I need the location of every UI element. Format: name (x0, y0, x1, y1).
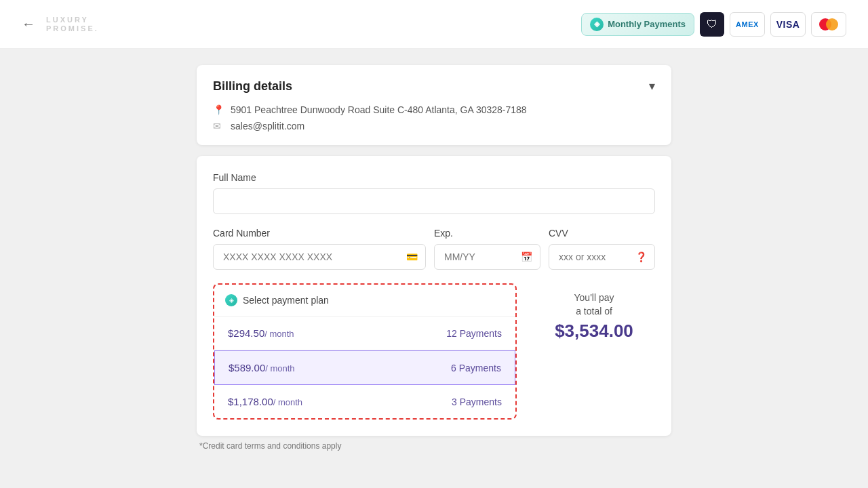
monthly-payments-button[interactable]: ◈ Monthly Payments (581, 13, 694, 36)
location-pin-icon: 📍 (213, 104, 224, 115)
billing-email: sales@splitit.com (231, 121, 304, 131)
billing-details-card: Billing details ▾ 📍 5901 Peachtree Dunwo… (197, 65, 671, 145)
summary-subtitle: You'll pay a total of (541, 291, 647, 318)
plan-12-count: 12 Payments (446, 328, 502, 339)
back-arrow-icon: ← (22, 16, 35, 32)
cvv-group: CVV ❓ (549, 228, 655, 270)
order-summary-box: You'll pay a total of $3,534.00 (533, 283, 655, 350)
exp-input-wrapper: 📅 (434, 244, 540, 270)
amex-card-badge: AMEX (730, 12, 765, 37)
payment-plan-selector: ◈ Select payment plan $294.50/ month 12 … (213, 283, 517, 420)
card-number-input-wrapper: 💳 (213, 244, 426, 270)
cvv-input-wrapper: ❓ (549, 244, 655, 270)
envelope-icon: ✉ (213, 121, 224, 131)
plan-splitit-icon: ◈ (225, 294, 237, 306)
back-button[interactable]: ← (22, 16, 35, 32)
plan-12-amount: $294.50/ month (228, 327, 294, 339)
summary-total: $3,534.00 (541, 321, 647, 342)
card-number-label: Card Number (213, 228, 426, 239)
billing-address: 5901 Peachtree Dunwoody Road Suite C-480… (231, 104, 527, 115)
calendar-icon: 📅 (521, 251, 532, 262)
plan-option-12[interactable]: $294.50/ month 12 Payments (214, 317, 515, 350)
header: ← LUXURY PROMISE. ◈ Monthly Payments 🛡 A… (0, 0, 868, 49)
monthly-payments-label: Monthly Payments (608, 19, 686, 29)
logo-line1: LUXURY (46, 16, 99, 24)
content-wrapper: Billing details ▾ 📍 5901 Peachtree Dunwo… (197, 65, 671, 451)
expiry-group: Exp. 📅 (434, 228, 540, 270)
billing-address-row: 📍 5901 Peachtree Dunwoody Road Suite C-4… (213, 104, 655, 115)
plan-section-wrapper: ◈ Select payment plan $294.50/ month 12 … (213, 283, 655, 420)
mc-yellow-circle (826, 18, 838, 30)
header-right: ◈ Monthly Payments 🛡 AMEX VISA (581, 12, 846, 37)
splitit-logo-icon: ◈ (590, 18, 604, 31)
header-left: ← LUXURY PROMISE. (22, 16, 99, 32)
cvv-label: CVV (549, 228, 655, 239)
payment-form-card: Full Name Card Number 💳 Exp. 📅 (197, 156, 671, 436)
plan-6-count: 6 Payments (451, 363, 501, 373)
plan-select-header: ◈ Select payment plan (214, 285, 515, 317)
plan-3-amount: $1,178.00/ month (228, 396, 302, 407)
plan-select-label: Select payment plan (243, 295, 329, 306)
plan-3-count: 3 Payments (452, 396, 502, 407)
help-circle-icon: ❓ (635, 251, 647, 262)
card-details-row: Card Number 💳 Exp. 📅 CVV (213, 228, 655, 283)
full-name-input[interactable] (213, 188, 655, 214)
security-shield-icon: 🛡 (700, 12, 724, 37)
footer-note: *Credit card terms and conditions apply (197, 441, 671, 451)
billing-email-row: ✉ sales@splitit.com (213, 121, 655, 131)
logo: LUXURY PROMISE. (46, 16, 99, 32)
logo-line2: PROMISE. (46, 24, 99, 33)
billing-title: Billing details (213, 79, 292, 94)
plan-option-6[interactable]: $589.00/ month 6 Payments (214, 350, 515, 385)
mastercard-badge (811, 12, 846, 37)
card-number-group: Card Number 💳 (213, 228, 426, 270)
exp-label: Exp. (434, 228, 540, 239)
main-content: Billing details ▾ 📍 5901 Peachtree Dunwo… (0, 49, 868, 488)
plan-option-3[interactable]: $1,178.00/ month 3 Payments (214, 385, 515, 418)
credit-card-icon: 💳 (406, 251, 418, 262)
billing-info: 📍 5901 Peachtree Dunwoody Road Suite C-4… (213, 104, 655, 131)
plan-6-amount: $589.00/ month (229, 362, 295, 373)
full-name-group: Full Name (213, 172, 655, 214)
chevron-down-icon[interactable]: ▾ (649, 79, 655, 94)
full-name-label: Full Name (213, 172, 655, 183)
visa-card-badge: VISA (770, 12, 806, 37)
billing-header: Billing details ▾ (213, 79, 655, 94)
card-number-input[interactable] (213, 244, 426, 270)
